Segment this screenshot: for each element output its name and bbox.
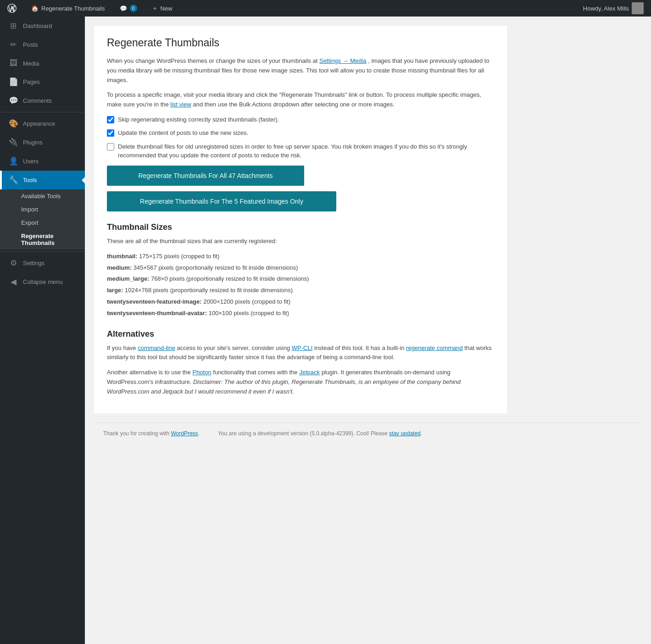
sidebar-item-media[interactable]: 🖼 Media xyxy=(0,54,85,72)
admin-menu: ⊞ Dashboard ✏ Posts 🖼 Media 📄 Pages 💬 Co… xyxy=(0,17,85,644)
regenerate-all-button[interactable]: Regenerate Thumbnails For All 47 Attachm… xyxy=(107,166,304,186)
sidebar-item-collapse-label: Collapse menu xyxy=(23,278,63,285)
sidebar-item-settings[interactable]: ⚙ Settings xyxy=(0,254,85,272)
checkbox-row-1: Skip regenerating existing correctly siz… xyxy=(107,115,494,124)
users-icon: 👤 xyxy=(8,156,18,166)
sidebar-item-plugins[interactable]: 🔌 Plugins xyxy=(0,133,85,152)
alt-p2-mid: functionality that comes with the xyxy=(213,369,297,376)
sidebar-item-posts[interactable]: ✏ Posts xyxy=(0,35,85,54)
sidebar-item-dashboard[interactable]: ⊞ Dashboard xyxy=(0,17,85,35)
command-line-link[interactable]: command-line xyxy=(138,344,175,351)
size-row-thumbnail-avatar: twentyseventeen-thumbnail-avatar: 100×10… xyxy=(107,309,494,318)
size-row-medium: medium: 345×567 pixels (proportionally r… xyxy=(107,263,494,273)
size-desc-featured-image: 2000×1200 pixels (cropped to fit) xyxy=(203,298,290,305)
submenu-export[interactable]: Export xyxy=(0,216,85,229)
size-desc-medium-large: 768×0 pixels (proportionally resized to … xyxy=(151,275,309,282)
sidebar-item-pages-label: Pages xyxy=(23,78,40,85)
alt-p1-mid: access to your site's server, consider u… xyxy=(177,344,290,351)
skip-existing-label: Skip regenerating existing correctly siz… xyxy=(118,115,279,124)
update-content-label: Update the content of posts to use the n… xyxy=(118,128,248,138)
alt-p1-start: If you have xyxy=(107,344,136,351)
user-avatar xyxy=(632,2,644,14)
size-row-featured-image: twentyseventeen-featured-image: 2000×120… xyxy=(107,297,494,307)
sidebar-item-plugins-label: Plugins xyxy=(23,139,43,146)
sidebar-item-appearance-label: Appearance xyxy=(23,120,55,127)
page-title: Regenerate Thumbnails xyxy=(107,37,494,49)
footer-left-text: Thank you for creating with WordPress. xyxy=(103,430,200,437)
media-icon: 🖼 xyxy=(8,59,18,68)
site-name-link[interactable]: 🏠 Regenerate Thumbnails xyxy=(28,0,109,17)
pages-icon: 📄 xyxy=(8,77,18,87)
size-name-featured-image: twentyseventeen-featured-image: xyxy=(107,298,202,305)
size-row-medium-large: medium_large: 768×0 pixels (proportional… xyxy=(107,274,494,284)
content-wrap: Regenerate Thumbnails When you change Wo… xyxy=(94,26,507,413)
intro-paragraph-2: To process a specific image, visit your … xyxy=(107,90,494,110)
wp-logo-button[interactable] xyxy=(4,0,20,17)
size-name-medium-large: medium_large: xyxy=(107,275,149,282)
settings-icon: ⚙ xyxy=(8,258,18,268)
sidebar-item-tools-label: Tools xyxy=(23,177,37,183)
new-label: New xyxy=(161,5,172,12)
submenu-import[interactable]: Import xyxy=(0,203,85,216)
intro-p1-start: When you change WordPress themes or chan… xyxy=(107,57,317,64)
sidebar-item-comments-label: Comments xyxy=(23,97,52,104)
sidebar-item-appearance[interactable]: 🎨 Appearance xyxy=(0,114,85,133)
intro-p2-end: and then use the Bulk Actions dropdown a… xyxy=(193,101,394,108)
comment-count: 0 xyxy=(130,5,137,12)
footer-right-text: You are using a development version (5.0… xyxy=(218,430,422,437)
checkbox-row-2: Update the content of posts to use the n… xyxy=(107,128,494,138)
size-name-large: large: xyxy=(107,287,123,294)
regenerate-command-link[interactable]: regenerate command xyxy=(406,344,463,351)
admin-bar: 🏠 Regenerate Thumbnails 💬 0 ＋ New Howdy,… xyxy=(0,0,651,17)
wordpress-footer-link[interactable]: WordPress xyxy=(171,430,198,437)
thumbnail-sizes-list: thumbnail: 175×175 pixels (cropped to fi… xyxy=(107,252,494,318)
collapse-icon: ◀ xyxy=(8,277,18,287)
sidebar-item-users[interactable]: 👤 Users xyxy=(0,152,85,171)
site-name-label: Regenerate Thumbnails xyxy=(41,5,105,12)
new-content-button[interactable]: ＋ New xyxy=(148,0,176,17)
list-view-link[interactable]: list view xyxy=(170,101,191,108)
sidebar-item-dashboard-label: Dashboard xyxy=(23,22,52,29)
wpcli-link[interactable]: WP-CLI xyxy=(292,344,313,351)
size-desc-thumbnail: 175×175 pixels (cropped to fit) xyxy=(139,253,219,260)
intro-paragraph-1: When you change WordPress themes or chan… xyxy=(107,56,494,85)
comments-button[interactable]: 💬 0 xyxy=(116,0,141,17)
plugins-icon: 🔌 xyxy=(8,138,18,147)
dashboard-icon: ⊞ xyxy=(8,21,18,31)
sidebar-item-pages[interactable]: 📄 Pages xyxy=(0,72,85,91)
menu-separator-1 xyxy=(0,112,85,112)
checkbox-row-3: Delete thumbnail files for old unregiste… xyxy=(107,142,494,160)
size-name-medium: medium: xyxy=(107,264,132,271)
size-row-large: large: 1024×768 pixels (proportionally r… xyxy=(107,286,494,295)
submenu-regenerate-thumbnails[interactable]: RegenerateThumbnails xyxy=(0,229,85,250)
greeting-text: Howdy, Alex Mills xyxy=(583,5,629,12)
size-name-thumbnail-avatar: twentyseventeen-thumbnail-avatar: xyxy=(107,310,207,316)
thumbnail-sizes-heading: Thumbnail Sizes xyxy=(107,222,494,232)
submenu-available-tools[interactable]: Available Tools xyxy=(0,189,85,203)
sidebar-item-posts-label: Posts xyxy=(23,41,38,48)
user-greeting[interactable]: Howdy, Alex Mills xyxy=(579,0,647,17)
footer-bar: Thank you for creating with WordPress. Y… xyxy=(94,422,642,444)
alternatives-p1: If you have command-line access to your … xyxy=(107,344,494,363)
sidebar-item-tools[interactable]: 🔧 Tools xyxy=(0,171,85,189)
jetpack-link[interactable]: Jetpack xyxy=(299,369,320,376)
sidebar-item-collapse[interactable]: ◀ Collapse menu xyxy=(0,272,85,291)
delete-thumbnails-label: Delete thumbnail files for old unregiste… xyxy=(118,142,494,160)
sidebar-item-users-label: Users xyxy=(23,158,39,165)
size-desc-thumbnail-avatar: 100×100 pixels (cropped to fit) xyxy=(209,310,289,316)
regenerate-featured-button[interactable]: Regenerate Thumbnails For The 5 Featured… xyxy=(107,191,336,211)
sidebar-item-comments[interactable]: 💬 Comments xyxy=(0,91,85,110)
posts-icon: ✏ xyxy=(8,40,18,50)
alt-p2-start: Another alternative is to use the xyxy=(107,369,191,376)
update-content-checkbox[interactable] xyxy=(107,129,114,137)
photon-link[interactable]: Photon xyxy=(192,369,211,376)
sidebar-item-media-label: Media xyxy=(23,60,39,67)
size-desc-large: 1024×768 pixels (proportionally resized … xyxy=(125,287,293,294)
stay-updated-link[interactable]: stay updated xyxy=(389,430,421,437)
appearance-icon: 🎨 xyxy=(8,119,18,128)
skip-existing-checkbox[interactable] xyxy=(107,116,114,123)
delete-thumbnails-checkbox[interactable] xyxy=(107,143,114,150)
settings-media-link[interactable]: Settings → Media xyxy=(319,57,367,64)
size-row-thumbnail: thumbnail: 175×175 pixels (cropped to fi… xyxy=(107,252,494,261)
alt-p1-mid2: instead of this tool. It has a built-in xyxy=(314,344,405,351)
